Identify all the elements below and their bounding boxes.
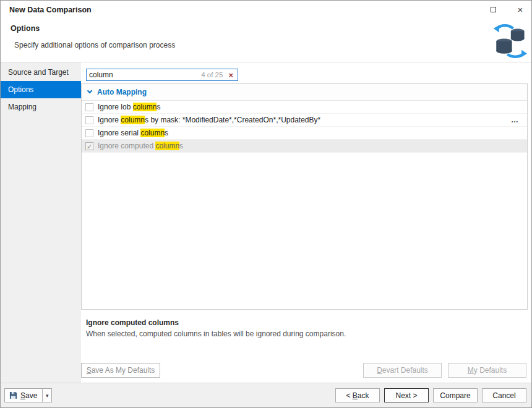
search-highlight: column [155, 142, 179, 150]
devart-defaults-button[interactable]: Devart Defaults [363, 363, 442, 378]
sidebar-item-source-and-target[interactable]: Source and Target [1, 64, 81, 81]
option-label: Ignore lob columns [98, 103, 160, 111]
page-subtitle: Specify additional options of comparison… [14, 41, 175, 49]
save-button[interactable]: Save [5, 389, 42, 402]
search-input[interactable] [87, 70, 201, 79]
option-description-text: When selected, computed columns in table… [86, 329, 346, 338]
option-label: Ignore serial columns [98, 129, 168, 137]
page-title: Options [11, 24, 40, 33]
title-bar: New Data Comparison × [1, 1, 531, 19]
option-label: Ignore columns by mask: *ModifiedDate*,*… [98, 116, 320, 124]
search-match-counter: 4 of 25 [201, 71, 227, 79]
options-main-area: 4 of 25 × Auto Mapping Ignore lob column… [81, 62, 531, 383]
close-icon: × [518, 4, 523, 15]
save-dropdown-button[interactable]: ▾ [42, 389, 51, 402]
save-as-my-defaults-button[interactable]: Save As My Defaults [81, 363, 160, 378]
checkbox-checked[interactable]: ✓ [85, 142, 93, 150]
checkbox-unchecked[interactable] [85, 116, 93, 124]
edit-mask-ellipsis-button[interactable]: … [507, 116, 523, 124]
back-button[interactable]: < Back [335, 388, 380, 402]
sidebar-item-mapping[interactable]: Mapping [1, 98, 81, 116]
sidebar-item-options[interactable]: Options [1, 81, 81, 98]
compare-button[interactable]: Compare [433, 388, 478, 402]
maximize-button[interactable] [483, 1, 503, 19]
options-search-box: 4 of 25 × [86, 69, 238, 81]
search-highlight: column [133, 103, 157, 111]
cancel-button[interactable]: Cancel [482, 388, 526, 402]
save-icon [9, 391, 17, 399]
options-list-panel: Auto Mapping Ignore lob columns Ignore c… [81, 83, 528, 310]
checkbox-unchecked[interactable] [85, 103, 93, 111]
next-button[interactable]: Next > [384, 388, 429, 402]
wizard-header: Options Specify additional options of co… [1, 19, 531, 62]
option-row-ignore-columns-by-mask[interactable]: Ignore columns by mask: *ModifiedDate*,*… [82, 114, 527, 127]
check-icon: ✓ [87, 143, 92, 150]
window-title: New Data Comparison [9, 1, 92, 19]
wizard-steps-sidebar: Source and Target Options Mapping [1, 62, 81, 383]
option-row-ignore-computed-columns[interactable]: ✓ Ignore computed columns [82, 140, 527, 153]
close-button[interactable]: × [510, 1, 530, 19]
maximize-icon [491, 7, 496, 12]
new-data-comparison-dialog: New Data Comparison × Options Specify ad… [0, 0, 532, 408]
save-label: Save [20, 391, 37, 400]
auto-mapping-section-header[interactable]: Auto Mapping [82, 84, 527, 101]
section-title: Auto Mapping [97, 88, 147, 96]
dialog-body: Source and Target Options Mapping 4 of 2… [1, 62, 531, 383]
search-highlight: column [121, 116, 145, 124]
my-defaults-button[interactable]: My Defaults [448, 363, 526, 378]
option-row-ignore-serial-columns[interactable]: Ignore serial columns [82, 127, 527, 140]
search-highlight: column [140, 129, 165, 137]
chevron-down-icon [87, 88, 92, 93]
defaults-buttons-row: Save As My Defaults Devart Defaults My D… [81, 363, 526, 378]
sync-databases-icon [492, 22, 528, 59]
checkbox-unchecked[interactable] [85, 129, 93, 137]
option-label: Ignore computed columns [98, 142, 183, 150]
chevron-down-icon: ▾ [46, 393, 49, 399]
option-row-ignore-lob-columns[interactable]: Ignore lob columns [82, 101, 527, 114]
search-clear-button[interactable]: × [227, 70, 238, 80]
wizard-nav-buttons: < Back Next > Compare Cancel [335, 388, 526, 402]
save-split-button: Save ▾ [4, 388, 52, 402]
dialog-footer: Save ▾ < Back Next > Compare Cancel [1, 383, 531, 407]
option-description-title: Ignore computed columns [86, 318, 179, 327]
